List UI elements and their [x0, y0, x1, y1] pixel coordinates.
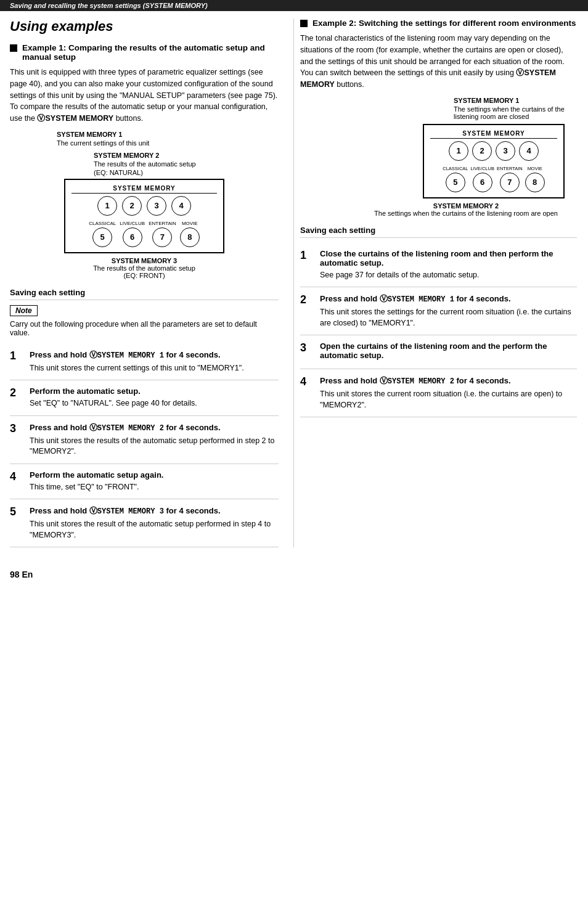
step-content-4: Perform the automatic setup again. This …	[30, 470, 279, 493]
step-body-1: This unit stores the current settings of…	[30, 363, 279, 374]
btn7-label: ENTERTAIN	[149, 221, 176, 226]
r-step2-mem: SYSTEM MEMORY 1	[388, 295, 454, 304]
r-step-content-3: Open the curtains of the listening room …	[320, 341, 577, 362]
r-step-content-4: Press and hold ⓋSYSTEM MEMORY 2 for 4 se…	[320, 375, 577, 411]
page-wrapper: Saving and recalling the system settings…	[0, 0, 588, 903]
left-diagram: SYSTEM MEMORY 1 The current settings of …	[10, 131, 279, 279]
r-step-body-4: This unit stores the current room situat…	[320, 389, 577, 411]
mem-btn-3[interactable]: 3	[147, 196, 166, 216]
step-num-4: 4	[10, 470, 23, 484]
left-memory-box: SYSTEM MEMORY 1 2 3 4 CLASSICAL 5	[64, 179, 224, 253]
btn-7-wrap: ENTERTAIN 7	[149, 221, 176, 247]
mem-btn-7[interactable]: 7	[152, 227, 172, 247]
note-text: Carry out the following procedure when a…	[10, 320, 279, 337]
r-bottom-buttons-row: CLASSICAL 5 LIVE/CLUB 6 ENTERTAIN 7 MO	[430, 166, 557, 192]
r-step-num-1: 1	[300, 249, 314, 263]
mem-btn-5[interactable]: 5	[92, 227, 112, 247]
r-mem-btn-6[interactable]: 6	[473, 173, 492, 192]
r-mem-btn-1[interactable]: 1	[449, 141, 468, 161]
right-diagram: SYSTEM MEMORY 1 The settings when the cu…	[300, 97, 577, 217]
mem-btn-4[interactable]: 4	[171, 196, 191, 216]
mem-btn-1[interactable]: 1	[97, 196, 117, 216]
btn5-label: CLASSICAL	[89, 221, 116, 226]
step-body-3: This unit stores the results of the auto…	[30, 436, 279, 457]
r-btn6-label: LIVE/CLUB	[471, 166, 494, 171]
r-mem-btn-5[interactable]: 5	[446, 173, 465, 192]
step-title-4: Perform the automatic setup again.	[30, 470, 279, 480]
header-text: Saving and recalling the system settings…	[10, 2, 208, 9]
left-step-4: 4 Perform the automatic setup again. Thi…	[10, 464, 279, 500]
step-num-2: 2	[10, 386, 23, 400]
step5-mem: SYSTEM MEMORY 3	[97, 507, 164, 516]
mem2-label: SYSTEM MEMORY 2	[94, 152, 159, 159]
step-num-1: 1	[10, 349, 23, 363]
mem3-label: SYSTEM MEMORY 3	[93, 257, 195, 264]
mem-btn-2[interactable]: 2	[122, 196, 142, 216]
r-mem-btn-8[interactable]: 8	[525, 173, 545, 192]
right-step-2: 2 Press and hold ⓋSYSTEM MEMORY 1 for 4 …	[300, 287, 577, 335]
r-mem2-sub: The settings when the curtains of the li…	[367, 210, 565, 217]
r-mem-btn-3[interactable]: 3	[496, 141, 515, 161]
right-step-3: 3 Open the curtains of the listening roo…	[300, 335, 577, 369]
step-content-3: Press and hold ⓋSYSTEM MEMORY 2 for 4 se…	[30, 422, 279, 457]
r-step-content-1: Close the curtains of the listening room…	[320, 249, 577, 281]
step3-mem: SYSTEM MEMORY 2	[97, 424, 164, 433]
mem-btn-6[interactable]: 6	[123, 227, 142, 247]
note-label: Note	[10, 305, 38, 316]
r-step-title-2: Press and hold ⓋSYSTEM MEMORY 1 for 4 se…	[320, 293, 577, 304]
square-icon-1	[10, 44, 17, 52]
r-btn5-label: CLASSICAL	[443, 166, 468, 171]
step-num-3: 3	[10, 422, 23, 436]
r-mem-btn-7[interactable]: 7	[500, 173, 520, 192]
btn-6-wrap: LIVE/CLUB 6	[120, 221, 145, 247]
step-body-5: This unit stores the result of the autom…	[30, 519, 279, 541]
step-title-1: Press and hold ⓋSYSTEM MEMORY 1 for 4 se…	[30, 349, 279, 361]
r-btn-5-wrap: CLASSICAL 5	[443, 166, 468, 192]
r-btn7-label: ENTERTAIN	[497, 166, 523, 171]
mem1-label: SYSTEM MEMORY 1	[57, 131, 122, 138]
step-body-4: This time, set "EQ" to "FRONT".	[30, 482, 279, 493]
mem3-sub: The results of the automatic setup	[93, 264, 195, 272]
btn6-label: LIVE/CLUB	[120, 221, 145, 226]
right-memory-box: SYSTEM MEMORY 1 2 3 4 CLASSICAL 5 LIVE	[423, 124, 565, 198]
bottom-buttons-row-left: CLASSICAL 5 LIVE/CLUB 6 ENTERTAIN 7 MO	[71, 221, 217, 247]
step-title-2: Perform the automatic setup.	[30, 386, 279, 396]
note-container: Note Carry out the following procedure w…	[10, 305, 279, 337]
r-step-num-2: 2	[300, 293, 314, 307]
example1-body: This unit is equipped with three types o…	[10, 67, 279, 125]
example2-title: Example 2: Switching the settings for di…	[312, 18, 576, 28]
btn-5-wrap: CLASSICAL 5	[89, 221, 116, 247]
mem1-annotation-wrapper: SYSTEM MEMORY 1 The current settings of …	[46, 131, 243, 150]
saving-heading-left: Saving each setting	[10, 288, 279, 300]
r-step-content-2: Press and hold ⓋSYSTEM MEMORY 1 for 4 se…	[320, 293, 577, 329]
left-column: Using examples Example 1: Comparing the …	[10, 18, 293, 547]
step-title-5: Press and hold ⓋSYSTEM MEMORY 3 for 4 se…	[30, 505, 279, 517]
btn-8-wrap: MOVIE 8	[180, 221, 200, 247]
example2-body: The tonal characteristics of the listeni…	[300, 33, 577, 91]
r-step-body-1: See page 37 for details of the automatic…	[320, 270, 577, 281]
left-step-1: 1 Press and hold ⓋSYSTEM MEMORY 1 for 4 …	[10, 343, 279, 381]
square-icon-2	[300, 20, 308, 27]
mem-btn-8[interactable]: 8	[180, 227, 200, 247]
r-btn-6-wrap: LIVE/CLUB 6	[471, 166, 494, 192]
example2-heading: Example 2: Switching the settings for di…	[300, 18, 577, 28]
step-num-5: 5	[10, 505, 23, 519]
page-number: 98 En	[0, 560, 588, 579]
example1-system-memory-bold: ⓋSYSTEM MEMORY	[37, 114, 113, 123]
btn8-label: MOVIE	[182, 221, 198, 226]
left-step-2: 2 Perform the automatic setup. Set "EQ" …	[10, 380, 279, 416]
left-step-5: 5 Press and hold ⓋSYSTEM MEMORY 3 for 4 …	[10, 499, 279, 547]
mem3-annotation: SYSTEM MEMORY 3 The results of the autom…	[93, 257, 195, 279]
main-content: Using examples Example 1: Comparing the …	[0, 11, 588, 560]
r-mem-btn-2[interactable]: 2	[472, 141, 492, 161]
r-step4-mem: SYSTEM MEMORY 2	[388, 377, 454, 386]
r-mem-btn-4[interactable]: 4	[519, 141, 539, 161]
mem3-sub2: (EQ: FRONT)	[93, 272, 195, 279]
example1-heading: Example 1: Comparing the results of the …	[10, 43, 279, 62]
example1-title: Example 1: Comparing the results of the …	[22, 43, 279, 62]
r-step-title-4: Press and hold ⓋSYSTEM MEMORY 2 for 4 se…	[320, 375, 577, 386]
r-mem1-ann-wrapper: SYSTEM MEMORY 1 The settings when the cu…	[367, 97, 565, 123]
right-step-4: 4 Press and hold ⓋSYSTEM MEMORY 2 for 4 …	[300, 369, 577, 417]
step-content-1: Press and hold ⓋSYSTEM MEMORY 1 for 4 se…	[30, 349, 279, 374]
mem1-sub: The current settings of this unit	[57, 139, 149, 147]
